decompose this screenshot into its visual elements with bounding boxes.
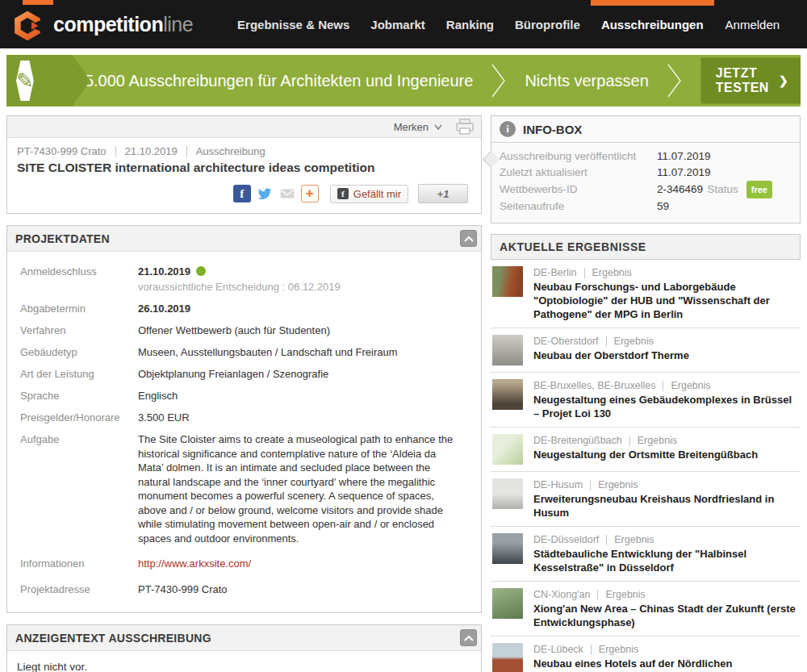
logo-top-stripe [23, 0, 53, 5]
row-gebaeudetyp: Gebäudetyp Museen, Ausstellungsbauten / … [20, 345, 468, 360]
result-thumbnail [492, 266, 523, 297]
infobox-row-aktualisiert: Zuletzt aktualisiert 11.07.2019 [500, 165, 792, 181]
status-label: Status [708, 182, 738, 198]
banner-text-2: Nichts verpassen [525, 72, 648, 90]
collapse-button[interactable] [460, 629, 477, 646]
info-box: i INFO-BOX Ausschreibung veröffentlicht … [491, 115, 801, 223]
ergebnis-item[interactable]: DE-BreitengüßbachErgebnis Neugestaltung … [491, 428, 801, 472]
result-thumbnail [492, 643, 523, 672]
nav-jobmarkt[interactable]: Jobmarkt [360, 0, 436, 48]
result-thumbnail [492, 335, 523, 365]
row-art-der-leistung: Art der Leistung Objektplanung Freianlag… [20, 367, 468, 382]
ergebnis-item[interactable]: CN-Xiong'anErgebnis Xiong'an New Area – … [491, 582, 801, 637]
top-navigation-bar: competitionline Ergebnisse & News Jobmar… [0, 0, 807, 48]
anzeigentext-header: ANZEIGENTEXT AUSSCHREIBUNG [7, 625, 481, 651]
row-sprache: Sprache Englisch [20, 389, 468, 403]
ergebnis-item[interactable]: DE-DüsseldorfErgebnis Städtebauliche Ent… [491, 527, 801, 582]
print-button[interactable] [455, 119, 475, 135]
decision-date-note: voraussichtliche Entscheidung : 06.12.20… [138, 280, 341, 294]
info-box-header: i INFO-BOX [491, 116, 800, 143]
page-title: SITE CLOISTER international architecture… [17, 161, 471, 175]
main-nav: Ergebnisse & News Jobmarkt Ranking Bürop… [227, 0, 713, 48]
result-thumbnail [492, 588, 523, 619]
facebook-like-button[interactable]: f Gefällt mir [330, 185, 408, 203]
collapse-button[interactable] [460, 230, 477, 247]
social-share-row: f + f Gefällt mir +1 [17, 184, 471, 203]
info-icon: i [500, 121, 516, 137]
banner-separator-icon [667, 63, 683, 98]
result-thumbnail [492, 478, 523, 509]
nav-ranking[interactable]: Ranking [436, 0, 504, 48]
article-card: Merken PT-7430-999 Crato 21.10.2019 Auss… [6, 115, 482, 214]
nav-ergebnisse-news[interactable]: Ergebnisse & News [227, 0, 360, 48]
jetzt-testen-button[interactable]: JETZT TESTEN❯ [700, 57, 801, 104]
ergebnis-item[interactable]: DE-HusumErgebnis Erweiterungsneubau Krei… [491, 472, 801, 527]
chevron-right-icon: ❯ [779, 74, 788, 87]
row-abgabetermin: Abgabetermin 26.10.2019 [20, 302, 468, 316]
chevron-up-icon [464, 236, 474, 242]
brand-name: competitionline [53, 13, 193, 36]
ergebnis-item[interactable]: DE-OberstdorfErgebnis Neubau der Oberstd… [491, 328, 801, 373]
ergebnis-item[interactable]: DE-BerlinErgebnis Neubau Forschungs- und… [491, 260, 801, 328]
google-plusone-button[interactable]: +1 [418, 184, 468, 203]
row-informationen: Informationen http://www.arkxsite.com/ [20, 557, 468, 571]
aktuelle-ergebnisse-header: AKTUELLE ERGEBNISSE [491, 234, 801, 260]
result-thumbnail [492, 533, 523, 564]
status-badge: free [746, 181, 772, 198]
competitionline-logo-icon [11, 9, 44, 43]
promo-banner[interactable]: ✎ 25.000 Ausschreibungen für Architekten… [6, 55, 801, 106]
article-toolbar: Merken [7, 116, 481, 138]
banner-text-1: 25.000 Ausschreibungen für Architekten u… [76, 72, 474, 90]
logo[interactable]: competitionline [11, 6, 193, 43]
row-anmeldeschluss: Anmeldeschluss 21.10.2019 voraussichtlic… [20, 265, 468, 294]
project-website-link[interactable]: http://www.arkxsite.com/ [138, 557, 251, 570]
infobox-row-veroeffentlicht: Ausschreibung veröffentlicht 11.07.2019 [500, 148, 792, 165]
row-preisgelder: Preisgelder/Honorare 3.500 EUR [20, 411, 468, 425]
infobox-row-wettbewerbs-id: Wettbewerbs-ID 2-346469 Status free [500, 181, 792, 198]
infobox-row-seitenaufrufe: Seitenaufrufe 59 [500, 198, 792, 215]
chevron-up-icon [464, 635, 474, 641]
ergebnisse-list: DE-BerlinErgebnis Neubau Forschungs- und… [491, 260, 801, 672]
breadcrumb: PT-7430-999 Crato 21.10.2019 Ausschreibu… [17, 145, 471, 157]
deadline-status-dot [196, 266, 206, 276]
ergebnis-item[interactable]: BE-Bruxelles, BE-BruxellesErgebnis Neuge… [491, 373, 801, 428]
anzeigentext-section: ANZEIGENTEXT AUSSCHREIBUNG Liegt nicht v… [6, 624, 482, 672]
nav-ausschreibungen[interactable]: Ausschreibungen [591, 0, 714, 48]
login-link[interactable]: Anmelden [714, 18, 792, 31]
anzeigentext-content: Liegt nicht vor. [7, 651, 481, 672]
merken-button[interactable]: Merken [394, 121, 442, 133]
more-share-icon[interactable]: + [301, 185, 319, 202]
facebook-share-icon[interactable]: f [233, 185, 251, 202]
email-share-icon[interactable] [278, 185, 296, 202]
nav-bueroprofile[interactable]: Büroprofile [504, 0, 591, 48]
twitter-share-icon[interactable] [256, 185, 274, 202]
ergebnis-item[interactable]: DE-LübeckErgebnis Neubau eines Hotels au… [491, 637, 801, 672]
projektdaten-header: PROJEKTDATEN [7, 226, 481, 252]
result-thumbnail [492, 379, 523, 410]
row-verfahren: Verfahren Offener Wettbewerb (auch für S… [20, 323, 468, 338]
row-projektadresse: Projektadresse PT-7430-999 Crato [20, 582, 468, 597]
projektdaten-section: PROJEKTDATEN Anmeldeschluss 21.10.2019 v… [6, 225, 482, 613]
printer-icon [455, 119, 475, 135]
facebook-icon: f [337, 188, 349, 199]
result-thumbnail [492, 434, 523, 465]
banner-separator-icon [491, 63, 507, 98]
row-aufgabe: Aufgabe The Site Cloister aims to create… [20, 432, 468, 545]
chevron-down-icon [434, 124, 442, 130]
